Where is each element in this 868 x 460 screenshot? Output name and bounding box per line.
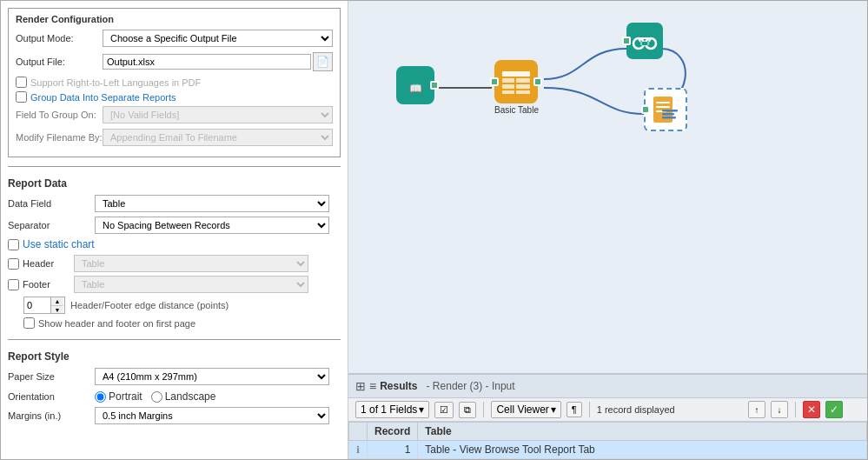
right-panel: 📖 bbox=[348, 1, 867, 459]
info-icon: ℹ bbox=[356, 444, 360, 455]
binoculars-icon bbox=[629, 25, 660, 57]
table-node[interactable]: Basic Table bbox=[494, 60, 539, 115]
copy-btn[interactable]: ⧉ bbox=[459, 402, 476, 418]
header-checkbox[interactable] bbox=[8, 258, 19, 270]
edge-distance-up[interactable]: ▲ bbox=[51, 297, 63, 305]
results-table: Record Table ℹ 1 Table - View Browse Too… bbox=[348, 422, 867, 459]
render-config-title: Render Configuration bbox=[16, 14, 333, 24]
data-field-row: Data Field Table bbox=[8, 195, 341, 212]
paragraph-btn[interactable]: ¶ bbox=[567, 402, 582, 417]
separator-row: Separator No Spacing Between Records Pag… bbox=[8, 217, 341, 234]
nav-down-btn[interactable]: ↓ bbox=[771, 401, 788, 418]
header-label: Header bbox=[23, 258, 70, 269]
results-subtitle: - Render (3) - Input bbox=[427, 380, 515, 392]
footer-label: Footer bbox=[23, 279, 70, 290]
separator-label: Separator bbox=[8, 220, 95, 230]
svg-rect-22 bbox=[662, 110, 678, 112]
svg-rect-7 bbox=[502, 84, 514, 89]
nav-up-btn[interactable]: ↑ bbox=[748, 401, 765, 418]
svg-text:📖: 📖 bbox=[409, 82, 422, 95]
fields-dropdown-btn[interactable]: 1 of 1 Fields ▾ bbox=[355, 401, 429, 418]
margins-select[interactable]: 0.5 inch Margins bbox=[95, 407, 329, 424]
svg-rect-14 bbox=[641, 42, 648, 45]
chevron-down-icon: ▾ bbox=[419, 403, 424, 416]
render-config-section: Render Configuration Output Mode: Choose… bbox=[8, 8, 341, 157]
svg-rect-24 bbox=[662, 117, 676, 119]
left-panel: Render Configuration Output Mode: Choose… bbox=[1, 1, 348, 459]
paper-size-row: Paper Size A4 (210mm x 297mm) bbox=[8, 368, 341, 385]
viewer-chevron-icon: ▾ bbox=[551, 403, 556, 416]
report-style-title: Report Style bbox=[8, 350, 341, 363]
data-field-select[interactable]: Table bbox=[95, 195, 329, 212]
fields-count: 1 of 1 Fields bbox=[361, 403, 417, 416]
portrait-option[interactable]: Portrait bbox=[95, 390, 142, 403]
record-count: 1 record displayed bbox=[597, 404, 675, 415]
margins-row: Margins (in.) 0.5 inch Margins bbox=[8, 407, 341, 424]
header-select: Table bbox=[74, 255, 308, 272]
info-col-header bbox=[349, 423, 368, 441]
support-rtl-label: Support Right-to-Left Languages in PDF bbox=[30, 77, 201, 88]
landscape-radio[interactable] bbox=[151, 391, 162, 403]
binoculars-node-connector-left bbox=[622, 37, 631, 45]
separator-2 bbox=[589, 402, 590, 417]
binoculars-node[interactable] bbox=[626, 23, 663, 59]
table-row[interactable]: ℹ 1 Table - View Browse Tool Report Tab bbox=[349, 441, 867, 459]
portrait-radio[interactable] bbox=[95, 391, 106, 403]
output-mode-row: Output Mode: Choose a Specific Output Fi… bbox=[16, 30, 333, 47]
svg-rect-23 bbox=[662, 113, 674, 116]
check-all-btn[interactable]: ☑ bbox=[434, 402, 454, 418]
workflow-connectors bbox=[348, 1, 867, 373]
edge-distance-row: ▲ ▼ Header/Footer edge distance (points) bbox=[23, 297, 341, 314]
svg-rect-10 bbox=[516, 90, 530, 94]
edge-distance-down[interactable]: ▼ bbox=[51, 305, 63, 313]
svg-rect-6 bbox=[516, 78, 530, 83]
table-node-connector-left bbox=[490, 77, 499, 86]
report-data-title: Report Data bbox=[8, 177, 341, 190]
show-first-page-row: Show header and footer on first page bbox=[23, 317, 341, 329]
paper-size-label: Paper Size bbox=[8, 371, 95, 382]
svg-rect-19 bbox=[656, 102, 670, 103]
landscape-option[interactable]: Landscape bbox=[151, 390, 216, 403]
field-to-group-select: [No Valid Fields] bbox=[103, 106, 333, 123]
use-static-chart-checkbox[interactable] bbox=[8, 239, 19, 250]
browse-file-button[interactable]: 📄 bbox=[313, 52, 333, 71]
field-to-group-row: Field To Group On: [No Valid Fields] bbox=[16, 106, 333, 123]
cell-viewer-btn[interactable]: Cell Viewer ▾ bbox=[491, 401, 560, 418]
output-file-input[interactable] bbox=[103, 54, 311, 70]
results-title: Results bbox=[380, 380, 417, 392]
table-node-label: Basic Table bbox=[494, 105, 539, 115]
results-toolbar: 1 of 1 Fields ▾ ☑ ⧉ Cell Viewer ▾ ¶ 1 re… bbox=[348, 398, 867, 422]
output-node[interactable] bbox=[644, 88, 687, 131]
input-node[interactable]: 📖 bbox=[396, 66, 434, 104]
confirm-btn[interactable]: ✓ bbox=[825, 401, 843, 418]
footer-checkbox[interactable] bbox=[8, 279, 19, 290]
row-num-cell: 1 bbox=[368, 441, 418, 459]
separator-select[interactable]: No Spacing Between Records Page Break Be… bbox=[95, 217, 329, 234]
support-rtl-checkbox[interactable] bbox=[16, 77, 27, 88]
output-node-connector-left bbox=[641, 105, 650, 114]
separator-1 bbox=[483, 402, 484, 417]
svg-rect-20 bbox=[656, 106, 670, 108]
output-file-label: Output File: bbox=[16, 57, 103, 67]
show-first-page-checkbox[interactable] bbox=[23, 317, 35, 329]
orientation-group: Portrait Landscape bbox=[95, 390, 215, 403]
cell-viewer-label: Cell Viewer bbox=[496, 403, 548, 416]
header-row: Header Table bbox=[8, 255, 341, 272]
output-mode-select[interactable]: Choose a Specific Output File Use Defaul… bbox=[103, 30, 333, 47]
output-node-icon bbox=[650, 94, 681, 125]
info-cell: ℹ bbox=[349, 441, 368, 459]
group-data-checkbox[interactable] bbox=[16, 91, 27, 103]
svg-rect-9 bbox=[502, 90, 514, 94]
paper-size-select[interactable]: A4 (210mm x 297mm) bbox=[95, 368, 329, 385]
data-field-label: Data Field bbox=[8, 198, 95, 209]
close-btn[interactable]: ✕ bbox=[803, 401, 820, 418]
footer-row: Footer Table bbox=[8, 276, 341, 293]
portrait-label: Portrait bbox=[109, 390, 142, 403]
separator-3 bbox=[795, 402, 796, 417]
input-node-icon: 📖 bbox=[400, 70, 431, 101]
svg-rect-4 bbox=[502, 71, 530, 77]
table-node-connector-right bbox=[533, 77, 542, 86]
edge-distance-input[interactable] bbox=[24, 298, 50, 312]
results-panel: ⊞ ≡ Results - Render (3) - Input 1 of 1 … bbox=[348, 373, 867, 459]
report-style-section: Report Style Paper Size A4 (210mm x 297m… bbox=[8, 350, 341, 430]
